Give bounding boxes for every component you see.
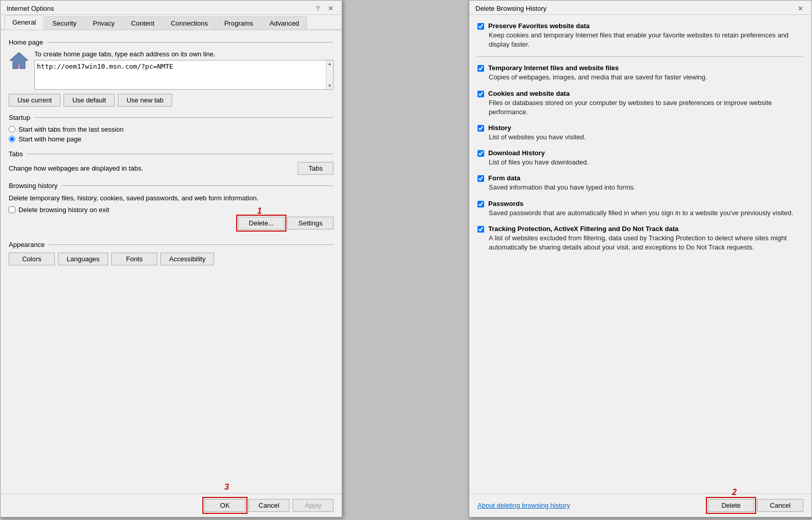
- startup-radio1[interactable]: [9, 126, 15, 133]
- about-link[interactable]: About deleting browsing history: [477, 502, 570, 509]
- browsing-history-buttons: 1 Delete... Settings: [9, 217, 334, 230]
- delete-confirm-button[interactable]: Delete: [708, 499, 754, 512]
- apply-button[interactable]: Apply: [293, 499, 334, 512]
- divider-line-browsing: [61, 185, 334, 186]
- delete-on-exit-checkbox[interactable]: [9, 206, 15, 213]
- dbh-bottom-buttons: 2 Delete Cancel: [708, 499, 803, 512]
- dbh-item-row-6: Passwords: [477, 200, 803, 207]
- dbh-title-bar: Delete Browsing History ✕: [469, 1, 811, 15]
- dbh-checkbox-5[interactable]: [477, 175, 484, 182]
- use-current-button[interactable]: Use current: [9, 94, 60, 107]
- startup-label: Startup: [9, 114, 30, 121]
- dbh-item-label-2: Cookies and website data: [488, 90, 570, 97]
- dbh-checkbox-6[interactable]: [477, 201, 484, 207]
- dbh-item-desc-4: List of files you have downloaded.: [489, 158, 803, 167]
- dbh-checkbox-1[interactable]: [477, 65, 484, 72]
- use-new-tab-button[interactable]: Use new tab: [118, 94, 172, 107]
- startup-option2-row: Start with home page: [9, 135, 334, 143]
- dbh-item-desc-1: Copies of webpages, images, and media th…: [489, 73, 803, 82]
- homepage-url-input[interactable]: http://oem17win10.msn.com/?pc=NMTE: [35, 60, 326, 89]
- cancel-button-io[interactable]: Cancel: [248, 499, 289, 512]
- dbh-title: Delete Browsing History: [475, 5, 547, 12]
- divider-line-appearance: [49, 244, 334, 245]
- delete-on-exit-row: Delete browsing history on exit: [9, 206, 334, 214]
- close-button-dbh[interactable]: ✕: [796, 5, 805, 12]
- homepage-right: To create home page tabs, type each addr…: [34, 50, 334, 90]
- dbh-item-label-4: Download History: [488, 149, 545, 157]
- tabs-button[interactable]: Tabs: [298, 162, 334, 175]
- accessibility-button[interactable]: Accessibility: [160, 253, 214, 265]
- dbh-item-1: Temporary Internet files and website fil…: [477, 64, 803, 82]
- dbh-checkbox-3[interactable]: [477, 125, 484, 132]
- dbh-item-label-7: Tracking Protection, ActiveX Filtering a…: [488, 225, 679, 233]
- dbh-item-label-0: Preserve Favorites website data: [488, 22, 590, 30]
- scroll-down-icon[interactable]: ▼: [328, 82, 332, 89]
- fonts-button[interactable]: Fonts: [111, 253, 157, 265]
- close-button-internet-options[interactable]: ✕: [326, 5, 336, 12]
- browsing-history-section-header: Browsing history: [9, 182, 334, 190]
- dbh-item-5: Form data Saved information that you hav…: [477, 174, 803, 192]
- internet-options-title: Internet Options: [7, 5, 54, 12]
- dbh-item-label-5: Form data: [488, 174, 520, 182]
- internet-options-content: Home page To create home page tabs, type…: [1, 30, 342, 493]
- tab-content[interactable]: Content: [123, 16, 162, 30]
- internet-options-bottom: 3 OK Cancel Apply: [1, 493, 342, 517]
- dbh-item-row-7: Tracking Protection, ActiveX Filtering a…: [477, 225, 803, 233]
- step2-badge: 2: [732, 488, 737, 497]
- svg-rect-1: [16, 64, 22, 69]
- ok-button[interactable]: OK: [204, 499, 245, 512]
- startup-option1-row: Start with tabs from the last session: [9, 126, 334, 133]
- dbh-checkbox-0[interactable]: [477, 23, 484, 30]
- dbh-item-desc-6: Saved passwords that are automatically f…: [489, 209, 803, 218]
- dbh-item-desc-0: Keep cookies and temporary Internet file…: [489, 31, 803, 49]
- dbh-checkbox-4[interactable]: [477, 150, 484, 157]
- internet-options-dialog: Internet Options ? ✕ General Security Pr…: [0, 0, 342, 517]
- appearance-section-header: Appearance: [9, 241, 334, 248]
- tab-bar: General Security Privacy Content Connect…: [1, 15, 342, 30]
- scroll-up-icon[interactable]: ▲: [328, 60, 332, 67]
- homepage-description: To create home page tabs, type each addr…: [34, 50, 334, 58]
- colors-button[interactable]: Colors: [9, 253, 55, 265]
- divider-line: [47, 42, 334, 43]
- settings-button[interactable]: Settings: [287, 217, 334, 230]
- appearance-label: Appearance: [9, 241, 45, 248]
- startup-radio2[interactable]: [9, 136, 15, 142]
- dbh-divider: [477, 56, 803, 57]
- dbh-item-desc-3: List of websites you have visited.: [489, 133, 803, 142]
- dbh-item-desc-2: Files or databases stored on your comput…: [489, 98, 803, 117]
- browsing-history-description: Delete temporary files, history, cookies…: [9, 194, 334, 203]
- tab-security[interactable]: Security: [45, 16, 84, 30]
- tab-advanced[interactable]: Advanced: [262, 16, 307, 30]
- dbh-item-row-1: Temporary Internet files and website fil…: [477, 64, 803, 72]
- delete-button[interactable]: Delete...: [238, 217, 284, 230]
- dbh-item-2: Cookies and website data Files or databa…: [477, 90, 803, 117]
- divider-line-tabs: [27, 154, 334, 154]
- homepage-row: To create home page tabs, type each addr…: [9, 50, 334, 90]
- dbh-bottom: About deleting browsing history 2 Delete…: [469, 493, 811, 517]
- dbh-item-0: Preserve Favorites website data Keep coo…: [477, 22, 803, 49]
- dbh-checkbox-2[interactable]: [477, 91, 484, 97]
- dbh-item-row-4: Download History: [477, 149, 803, 157]
- tab-connections[interactable]: Connections: [163, 16, 215, 30]
- cancel-button-dbh[interactable]: Cancel: [757, 499, 803, 512]
- homepage-buttons: Use current Use default Use new tab: [9, 94, 334, 107]
- help-button[interactable]: ?: [314, 5, 322, 12]
- tab-programs[interactable]: Programs: [217, 16, 261, 30]
- step1-badge: 1: [257, 206, 262, 216]
- use-default-button[interactable]: Use default: [64, 94, 115, 107]
- dbh-item-label-1: Temporary Internet files and website fil…: [488, 64, 619, 72]
- startup-option2-label: Start with home page: [18, 135, 81, 143]
- dbh-item-3: History List of websites you have visite…: [477, 124, 803, 142]
- dbh-item-desc-7: A list of websites excluded from filteri…: [489, 234, 803, 252]
- startup-option1-label: Start with tabs from the last session: [18, 126, 123, 133]
- house-icon: [9, 50, 29, 71]
- tabs-label: Tabs: [9, 150, 23, 158]
- languages-button[interactable]: Languages: [58, 253, 108, 265]
- homepage-label: Home page: [9, 38, 43, 46]
- scrollbar: ▲ ▼: [326, 60, 333, 89]
- dbh-checkbox-7[interactable]: [477, 226, 484, 233]
- delete-on-exit-label: Delete browsing history on exit: [18, 206, 109, 214]
- tab-general[interactable]: General: [5, 15, 44, 30]
- appearance-buttons: Colors Languages Fonts Accessibility: [9, 253, 334, 265]
- tab-privacy[interactable]: Privacy: [85, 16, 122, 30]
